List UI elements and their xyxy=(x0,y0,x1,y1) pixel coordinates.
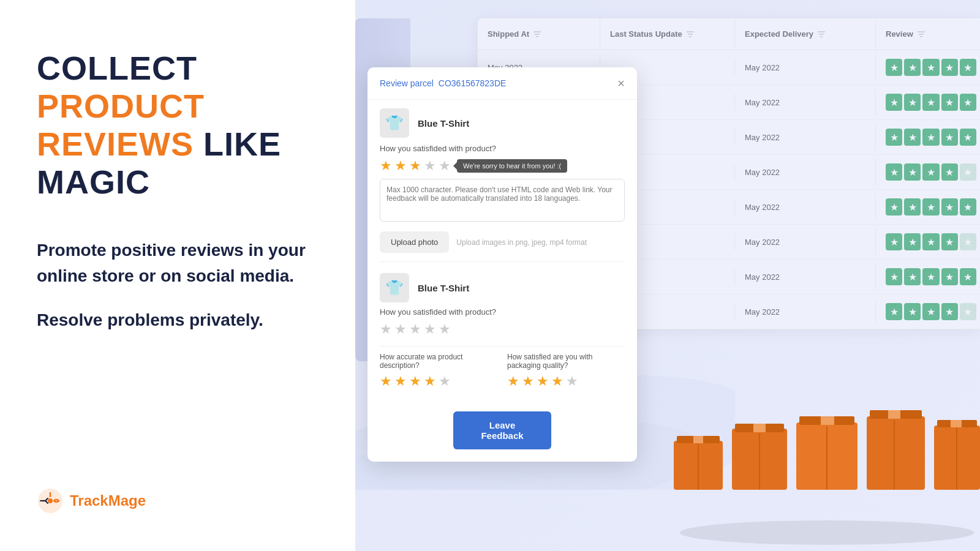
feedback-textarea[interactable] xyxy=(380,179,625,222)
rating-tooltip: We're sorry to hear it from you! :( xyxy=(457,159,567,173)
q2-star-4[interactable]: ★ xyxy=(551,373,564,389)
question1-label: How accurate wa product description? xyxy=(380,353,497,370)
product1-name: Blue T-Shirt xyxy=(418,118,469,129)
review-modal: Review parcel CO361567823DE × 👕 Blue T-S… xyxy=(368,67,637,462)
product2-item: 👕 Blue T-Shirt xyxy=(380,269,625,307)
product2-thumbnail: 👕 xyxy=(380,273,409,302)
headline-product: PRODUCT xyxy=(37,88,205,124)
question1-block: How accurate wa product description? ★ ★… xyxy=(380,353,497,394)
subtext-block: Promote positive reviews in your online … xyxy=(37,238,318,333)
svg-rect-18 xyxy=(693,436,703,443)
svg-rect-30 xyxy=(888,410,900,419)
trackmage-logo-icon xyxy=(37,487,64,514)
star-4[interactable]: ★ xyxy=(424,158,436,174)
product1-rating[interactable]: ★ ★ ★ ★ ★ We're sorry to hear it from yo… xyxy=(380,158,625,174)
modal-body: 👕 Blue T-Shirt How you satisfided with p… xyxy=(368,100,637,462)
additional-questions: How accurate wa product description? ★ ★… xyxy=(380,346,625,400)
p2-star-4[interactable]: ★ xyxy=(424,321,436,337)
headline: COLLECT PRODUCT REVIEWS LIKE MAGIC xyxy=(37,49,318,201)
q1-star-5[interactable]: ★ xyxy=(439,373,451,389)
divider-1 xyxy=(380,261,625,262)
svg-rect-34 xyxy=(951,420,962,427)
question2-rating[interactable]: ★ ★ ★ ★ ★ xyxy=(507,373,625,389)
right-panel: Shipped At Last Status Update Expected D… xyxy=(355,0,980,551)
headline-reviews: REVIEWS xyxy=(37,126,194,162)
logo: TrackMage xyxy=(37,487,318,514)
modal-title: Review parcel CO361567823DE xyxy=(380,78,506,88)
upload-hint: Upload images in png, jpeg, mp4 format xyxy=(456,238,587,247)
question2-label: How satisfied are you with packaging qua… xyxy=(507,353,625,370)
product2-rating[interactable]: ★ ★ ★ ★ ★ xyxy=(380,321,625,337)
q1-star-2[interactable]: ★ xyxy=(394,373,407,389)
product1-item: 👕 Blue T-Shirt xyxy=(380,100,625,144)
p2-star-3[interactable]: ★ xyxy=(409,321,421,337)
svg-rect-26 xyxy=(821,416,834,425)
q2-star-3[interactable]: ★ xyxy=(537,373,549,389)
q1-star-3[interactable]: ★ xyxy=(409,373,421,389)
question2-block: How satisfied are you with packaging qua… xyxy=(507,353,625,394)
svg-point-36 xyxy=(680,520,974,545)
subtext-resolve: Resolve problems privately. xyxy=(37,307,318,333)
product2-satisfaction-label: How you satisfided with product? xyxy=(380,307,625,317)
headline-collect: COLLECT xyxy=(37,50,197,86)
modal-header: Review parcel CO361567823DE × xyxy=(368,67,637,100)
boxes-illustration xyxy=(674,392,980,551)
q2-star-5[interactable]: ★ xyxy=(566,373,578,389)
star-3[interactable]: ★ xyxy=(409,158,421,174)
q2-star-1[interactable]: ★ xyxy=(507,373,519,389)
p2-star-5[interactable]: ★ xyxy=(439,321,451,337)
leave-feedback-button[interactable]: Leave Feedback xyxy=(453,411,551,449)
p2-star-2[interactable]: ★ xyxy=(394,321,407,337)
svg-rect-22 xyxy=(753,424,766,432)
product1-thumbnail: 👕 xyxy=(380,108,409,138)
product2-name: Blue T-Shirt xyxy=(418,283,469,293)
logo-text: TrackMage xyxy=(70,492,146,509)
upload-photo-button[interactable]: Upload photo xyxy=(380,231,449,253)
star-1[interactable]: ★ xyxy=(380,158,392,174)
star-2[interactable]: ★ xyxy=(394,158,407,174)
svg-point-1 xyxy=(48,498,53,503)
subtext-promote: Promote positive reviews in your online … xyxy=(37,238,318,289)
star-5[interactable]: ★ xyxy=(439,158,451,174)
parcel-id: CO361567823DE xyxy=(439,78,507,88)
q2-star-2[interactable]: ★ xyxy=(522,373,534,389)
q1-star-1[interactable]: ★ xyxy=(380,373,392,389)
modal-close-button[interactable]: × xyxy=(617,77,625,89)
question1-rating[interactable]: ★ ★ ★ ★ ★ xyxy=(380,373,497,389)
p2-star-1[interactable]: ★ xyxy=(380,321,392,337)
product1-satisfaction-label: How you satisfided with product? xyxy=(380,144,625,153)
left-panel: COLLECT PRODUCT REVIEWS LIKE MAGIC Promo… xyxy=(0,0,355,551)
upload-row: Upload photo Upload images in png, jpeg,… xyxy=(380,231,625,253)
svg-rect-28 xyxy=(867,416,925,490)
q1-star-4[interactable]: ★ xyxy=(424,373,436,389)
